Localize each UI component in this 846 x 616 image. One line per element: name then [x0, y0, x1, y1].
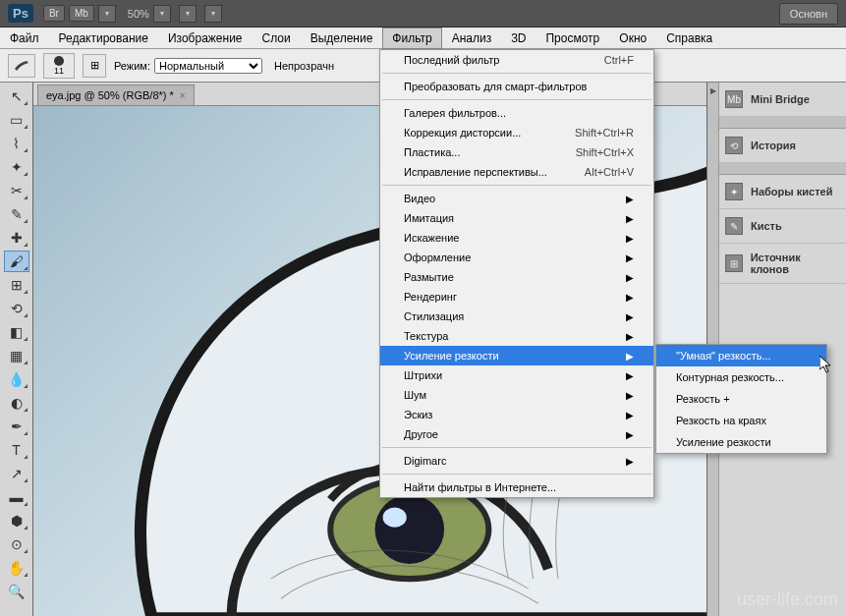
menu-group-noise[interactable]: Шум▶: [380, 385, 653, 405]
menu-window[interactable]: Окно: [609, 28, 656, 49]
clonesrc-icon: ⊞: [725, 254, 743, 272]
menu-select[interactable]: Выделение: [301, 28, 383, 49]
heal-tool[interactable]: ✚: [4, 227, 29, 249]
document-tab[interactable]: eya.jpg @ 50% (RGB/8*) * ×: [37, 84, 195, 105]
menu-browse-filters[interactable]: Найти фильтры в Интернете...: [380, 477, 653, 497]
brush-icon: ✎: [725, 217, 743, 235]
screen-dropdown[interactable]: ▾: [204, 5, 222, 23]
title-bar: Ps Br Mb ▾ 50% ▾ ▾ ▾ Основн: [0, 0, 846, 28]
panel-clonesrc[interactable]: ⊞Источник клонов: [719, 244, 846, 284]
submenu-sharpen-more[interactable]: Резкость +: [656, 388, 826, 410]
menu-digimarc[interactable]: Digimarc▶: [380, 451, 653, 471]
menu-group-stylize[interactable]: Стилизация▶: [380, 307, 653, 326]
menu-group-blur[interactable]: Размытие▶: [380, 267, 653, 287]
mode-select[interactable]: Нормальный: [154, 58, 262, 74]
view-dropdown[interactable]: ▾: [179, 5, 197, 23]
filter-menu: Последний фильтрCtrl+F Преобразовать для…: [379, 49, 654, 498]
3d-cam-tool[interactable]: ⊙: [4, 533, 29, 555]
wand-tool[interactable]: ✦: [4, 156, 29, 178]
menu-group-render[interactable]: Рендеринг▶: [380, 287, 653, 307]
mode-label: Режим:: [114, 60, 150, 72]
watermark: user-life.com: [737, 589, 838, 610]
opacity-label: Непрозрачн: [274, 60, 334, 72]
menu-group-sketch[interactable]: Эскиз▶: [380, 405, 653, 424]
zoom-dropdown[interactable]: ▾: [153, 5, 171, 23]
panel-minibridge[interactable]: MbMini Bridge: [719, 83, 846, 117]
menu-layer[interactable]: Слои: [253, 28, 301, 49]
stamp-tool[interactable]: ⊞: [4, 274, 29, 296]
menu-edit[interactable]: Редактирование: [49, 28, 158, 49]
minibridge-button[interactable]: Mb: [69, 5, 94, 22]
hand-tool[interactable]: ✋: [4, 557, 29, 579]
panel-brushsets[interactable]: ✦Наборы кистей: [719, 175, 846, 209]
panel-brush[interactable]: ✎Кисть: [719, 209, 846, 244]
cursor-icon: [819, 356, 835, 377]
menu-lens-correction[interactable]: Коррекция дисторсии...Shift+Ctrl+R: [380, 123, 653, 142]
brushset-icon: ✦: [725, 183, 743, 200]
document-title: eya.jpg @ 50% (RGB/8*) *: [46, 89, 174, 101]
brush-tool[interactable]: 🖌: [4, 251, 29, 272]
svg-point-1: [375, 494, 445, 564]
zoom-level[interactable]: 50%: [128, 8, 149, 20]
close-tab-icon[interactable]: ×: [180, 90, 186, 101]
ps-logo: Ps: [8, 4, 33, 23]
menu-view[interactable]: Просмотр: [536, 28, 609, 49]
menu-filter-gallery[interactable]: Галерея фильтров...: [380, 103, 653, 123]
brush-preset[interactable]: 11: [43, 53, 75, 79]
minibridge-icon: Mb: [725, 90, 743, 108]
blur-tool[interactable]: 💧: [4, 368, 29, 390]
menu-smart-filter[interactable]: Преобразовать для смарт-фильтров: [380, 77, 653, 96]
menu-bar: Файл Редактирование Изображение Слои Выд…: [0, 28, 846, 49]
tools-panel: ↖ ▭ ⌇ ✦ ✂ ✎ ✚ 🖌 ⊞ ⟲ ◧ ▦ 💧 ◐ ✒ T ↗ ▬ ⬢ ⊙ …: [0, 83, 33, 616]
menu-group-strokes[interactable]: Штрихи▶: [380, 365, 653, 385]
menu-last-filter[interactable]: Последний фильтрCtrl+F: [380, 50, 653, 70]
pen-tool[interactable]: ✒: [4, 416, 29, 437]
menu-group-video[interactable]: Видео▶: [380, 189, 653, 208]
crop-tool[interactable]: ✂: [4, 180, 29, 201]
menu-analysis[interactable]: Анализ: [442, 28, 502, 49]
type-tool[interactable]: T: [4, 439, 29, 461]
marquee-tool[interactable]: ▭: [4, 109, 29, 131]
submenu-unsharp-mask[interactable]: Контурная резкость...: [656, 366, 826, 388]
layout-dropdown[interactable]: ▾: [98, 5, 116, 23]
menu-liquify[interactable]: Пластика...Shift+Ctrl+X: [380, 142, 653, 162]
eyedropper-tool[interactable]: ✎: [4, 203, 29, 225]
menu-3d[interactable]: 3D: [501, 28, 536, 49]
shape-tool[interactable]: ▬: [4, 486, 29, 508]
menu-file[interactable]: Файл: [0, 28, 49, 49]
menu-group-distort[interactable]: Искажение▶: [380, 228, 653, 248]
menu-group-texture[interactable]: Текстура▶: [380, 326, 653, 346]
menu-vanishing-point[interactable]: Исправление перспективы...Alt+Ctrl+V: [380, 162, 653, 182]
brush-panel-button[interactable]: ⊞: [83, 54, 106, 78]
menu-group-other[interactable]: Другое▶: [380, 424, 653, 444]
sharpen-submenu: "Умная" резкость... Контурная резкость..…: [655, 344, 827, 454]
menu-group-sharpen[interactable]: Усиление резкости▶: [380, 346, 653, 365]
move-tool[interactable]: ↖: [4, 85, 29, 107]
svg-point-2: [383, 508, 407, 528]
lasso-tool[interactable]: ⌇: [4, 133, 29, 154]
menu-help[interactable]: Справка: [656, 28, 722, 49]
submenu-smart-sharpen[interactable]: "Умная" резкость...: [656, 345, 826, 366]
menu-image[interactable]: Изображение: [158, 28, 253, 49]
tool-preset-icon[interactable]: [8, 54, 35, 78]
bridge-button[interactable]: Br: [43, 5, 65, 22]
submenu-sharpen-edges[interactable]: Резкость на краях: [656, 410, 826, 431]
eraser-tool[interactable]: ◧: [4, 321, 29, 343]
path-tool[interactable]: ↗: [4, 463, 29, 484]
zoom-tool[interactable]: 🔍: [4, 581, 29, 602]
submenu-sharpen[interactable]: Усиление резкости: [656, 431, 826, 453]
dodge-tool[interactable]: ◐: [4, 392, 29, 414]
panel-history[interactable]: ⟲История: [719, 129, 846, 163]
menu-group-artistic[interactable]: Имитация▶: [380, 208, 653, 228]
menu-filter[interactable]: Фильтр: [382, 28, 441, 49]
gradient-tool[interactable]: ▦: [4, 345, 29, 366]
history-icon: ⟲: [725, 137, 743, 154]
menu-group-pixelate[interactable]: Оформление▶: [380, 248, 653, 267]
3d-tool[interactable]: ⬢: [4, 510, 29, 532]
history-brush-tool[interactable]: ⟲: [4, 298, 29, 319]
workspace-tab[interactable]: Основн: [779, 3, 838, 25]
